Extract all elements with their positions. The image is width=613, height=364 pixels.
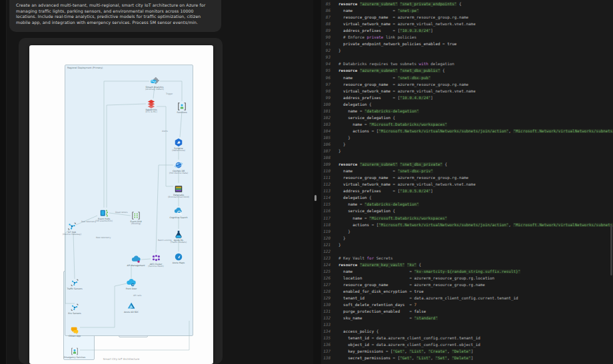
line-number[interactable]: 122 <box>321 248 338 255</box>
line-number[interactable]: 92 <box>321 47 338 54</box>
code-text: name = "snet-dbx-priv" <box>338 168 433 174</box>
code-line: 130 soft_delete_retention_days = 7 <box>321 301 613 308</box>
code-text: name = "Microsoft.Databricks/workspaces" <box>338 121 447 128</box>
line-number[interactable]: 86 <box>321 7 338 14</box>
code-line: 85resource "azurerm_subnet" "snet_privat… <box>321 1 613 7</box>
node-label: Env Sensors <box>57 313 92 315</box>
line-number[interactable]: 119 <box>321 228 338 235</box>
line-number[interactable]: 102 <box>321 114 338 121</box>
line-number[interactable]: 116 <box>321 208 338 214</box>
line-number[interactable]: 138 <box>321 355 338 361</box>
code-line: 107} <box>321 148 613 154</box>
edge-label: Raw telemetry <box>81 220 96 223</box>
code-text: resource_group_name = azurerm_resource_g… <box>338 81 468 88</box>
line-number[interactable]: 131 <box>321 308 338 315</box>
line-number[interactable]: 132 <box>321 315 338 321</box>
code-text: virtual_network_name = azurerm_virtual_n… <box>338 88 476 94</box>
code-text: purge_protection_enabled = false <box>338 308 426 315</box>
line-number[interactable]: 103 <box>321 121 338 128</box>
code-text: secret_permissions = ["Get", "List", "Se… <box>338 355 473 361</box>
line-number[interactable]: 108 <box>321 154 338 161</box>
line-number[interactable]: 98 <box>321 88 338 94</box>
line-number[interactable]: 91 <box>321 41 338 47</box>
code-line: 114 delegation { <box>321 194 613 201</box>
code-editor[interactable]: 85resource "azurerm_subnet" "snet_privat… <box>321 0 613 364</box>
line-number[interactable]: 95 <box>321 67 338 74</box>
code-text: # Enforce private link policies <box>338 34 416 41</box>
line-number[interactable]: 90 <box>321 34 338 41</box>
pane-resizer-handle[interactable] <box>314 195 316 201</box>
code-line: 138 secret_permissions = ["Get", "List",… <box>321 355 613 361</box>
node-subtitle: (Routing) <box>119 223 153 226</box>
line-number[interactable]: 117 <box>321 215 338 222</box>
iot-hub-icon <box>67 222 77 231</box>
line-number[interactable]: 135 <box>321 335 338 341</box>
line-number[interactable]: 99 <box>321 94 338 101</box>
line-number[interactable]: 137 <box>321 348 338 355</box>
code-text: key_permissions = ["Get", "List", "Creat… <box>338 348 473 355</box>
code-line: 117 name = "Microsoft.Databricks/workspa… <box>321 215 613 222</box>
code-text: resource "azurerm_subnet" "snet_dbx_priv… <box>338 161 447 168</box>
citizen-app-icon <box>70 325 79 335</box>
azure-ml-icon <box>174 230 183 239</box>
line-number[interactable]: 136 <box>321 341 338 348</box>
code-text: private_endpoint_network_policies_enable… <box>338 41 456 47</box>
code-text: } <box>338 47 341 54</box>
code-line: 99 address_prefixes = ["10.0.4.0/24"] <box>321 94 613 101</box>
line-number[interactable]: 123 <box>321 255 338 262</box>
code-line: 101 name = "databricks-delegation" <box>321 108 613 114</box>
code-text: name = "Microsoft.Databricks/workspaces" <box>338 215 447 222</box>
node-title: Citizen App <box>69 335 81 337</box>
code-line: 98 virtual_network_name = azurerm_virtua… <box>321 88 613 94</box>
line-number[interactable]: 134 <box>321 328 338 335</box>
node-title: Env Sensors <box>68 312 81 315</box>
line-number[interactable]: 100 <box>321 101 338 108</box>
line-number[interactable]: 121 <box>321 242 338 248</box>
code-text: address_prefixes = ["10.0.4.0/24"] <box>338 94 433 101</box>
line-number[interactable]: 105 <box>321 134 338 141</box>
code-text: actions = ["Microsoft.Network/virtualNet… <box>338 222 613 228</box>
line-number[interactable]: 113 <box>321 188 338 194</box>
architecture-diagram[interactable]: Shared ServicesEdge DevicesMicroservices… <box>29 45 213 364</box>
line-number[interactable]: 89 <box>321 27 338 34</box>
line-number[interactable]: 112 <box>321 181 338 188</box>
line-number[interactable]: 96 <box>321 75 338 81</box>
line-number[interactable]: 94 <box>321 61 338 67</box>
line-number[interactable]: 125 <box>321 268 338 275</box>
code-line: 119 } <box>321 228 613 235</box>
line-number[interactable]: 104 <box>321 128 338 134</box>
line-number[interactable]: 118 <box>321 222 338 228</box>
line-number[interactable]: 106 <box>321 141 338 148</box>
line-number[interactable]: 127 <box>321 281 338 288</box>
line-number[interactable]: 87 <box>321 14 338 21</box>
code-line: 131 purge_protection_enabled = false <box>321 308 613 315</box>
line-number[interactable]: 93 <box>321 54 338 61</box>
line-number[interactable]: 101 <box>321 108 338 114</box>
line-number[interactable]: 128 <box>321 288 338 295</box>
line-number[interactable]: 130 <box>321 301 338 308</box>
code-text: delegation { <box>338 194 372 201</box>
line-number[interactable]: 111 <box>321 174 338 181</box>
line-number[interactable]: 120 <box>321 235 338 242</box>
code-text: resource_group_name = azurerm_resource_g… <box>338 14 468 21</box>
line-number[interactable]: 114 <box>321 194 338 201</box>
line-number[interactable]: 115 <box>321 201 338 208</box>
line-number[interactable]: 85 <box>321 1 338 7</box>
code-line: 127 resource_group_name = azurerm_resour… <box>321 281 613 288</box>
code-line: 95resource "azurerm_subnet" "snet_dbx_pu… <box>321 67 613 74</box>
line-number[interactable]: 124 <box>321 262 338 268</box>
node-label: Databricks(ETL & ML) <box>134 109 169 114</box>
scrollbar-thumb[interactable] <box>610 225 612 275</box>
line-number[interactable]: 88 <box>321 21 338 27</box>
line-number[interactable]: 110 <box>321 168 338 174</box>
code-line: 94# Databricks requires two subnets with… <box>321 61 613 67</box>
line-number[interactable]: 107 <box>321 148 338 154</box>
line-number[interactable]: 97 <box>321 81 338 88</box>
code-line: 86 name = "snet-pe" <box>321 7 613 14</box>
line-number[interactable]: 129 <box>321 295 338 301</box>
code-line: 105 } <box>321 134 613 141</box>
line-number[interactable]: 133 <box>321 321 338 328</box>
code-line: 136 object_id = data.azurerm_client_conf… <box>321 341 613 348</box>
line-number[interactable]: 126 <box>321 275 338 281</box>
line-number[interactable]: 109 <box>321 161 338 168</box>
